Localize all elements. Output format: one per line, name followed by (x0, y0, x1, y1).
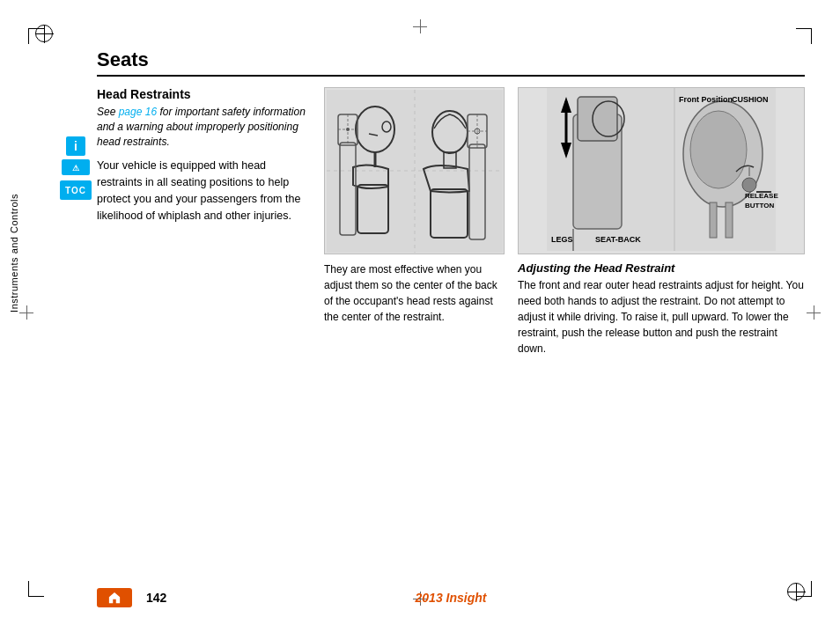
page-16-link[interactable]: page 16 (119, 106, 157, 118)
left-column: Head Restraints See page 16 for importan… (97, 87, 317, 357)
toc-button[interactable]: TOC (60, 180, 92, 200)
page-title: Seats (97, 48, 149, 70)
right-column: LEGS SEAT-BACK (511, 87, 805, 357)
main-content: Seats Head Restraints See page 16 for im… (97, 48, 805, 572)
warning-icon-svg: ⚠ (64, 161, 87, 173)
footer: 142 2013 Insight (97, 588, 805, 607)
sidebar-icons: i ⚠ TOC (60, 136, 92, 200)
warning-icon[interactable]: ⚠ (62, 159, 90, 175)
sidebar: i ⚠ TOC Instruments and Controls (0, 0, 97, 625)
corner-mark-tr (796, 28, 812, 44)
page-number: 142 (146, 591, 166, 605)
svg-rect-26 (578, 97, 617, 141)
center-column: They are most effective when you adjust … (317, 87, 511, 357)
info-icon[interactable]: i (66, 136, 85, 156)
svg-point-39 (742, 178, 756, 192)
adjusting-body: The front and rear outer head restraints… (518, 277, 805, 357)
svg-text:Front Position: Front Position (679, 95, 733, 104)
home-icon (108, 592, 121, 604)
adjusting-title: Adjusting the Head Restraint (518, 261, 805, 275)
body-text-1: Your vehicle is equipped with head restr… (97, 158, 308, 224)
sidebar-vertical-text: Instruments and Controls (9, 194, 19, 312)
svg-text:SEAT-BACK: SEAT-BACK (595, 235, 641, 244)
center-caption: They are most effective when you adjust … (324, 261, 504, 325)
svg-point-36 (690, 111, 747, 188)
svg-text:LEGS: LEGS (551, 235, 573, 244)
svg-rect-37 (710, 202, 717, 238)
svg-rect-38 (726, 202, 733, 238)
italic-intro: See page 16 for important safety informa… (97, 105, 308, 149)
section-title: Head Restraints (97, 87, 308, 101)
page-title-area: Seats (97, 48, 805, 77)
head-restraint-diagram: LEGS SEAT-BACK (519, 88, 804, 251)
center-image-box (324, 87, 505, 254)
svg-text:CUSHION: CUSHION (732, 95, 769, 104)
head-restraint-illustration (327, 90, 503, 253)
svg-text:⚠: ⚠ (72, 164, 79, 173)
crosshair-right (807, 305, 821, 320)
svg-text:BUTTON: BUTTON (745, 202, 774, 210)
footer-left: 142 (97, 588, 166, 607)
crosshair-top (413, 19, 427, 33)
right-image-box: LEGS SEAT-BACK (518, 87, 805, 254)
svg-text:RELEASE: RELEASE (745, 192, 778, 200)
footer-year-model: 2013 Insight (416, 591, 487, 605)
content-columns: Head Restraints See page 16 for importan… (97, 87, 805, 357)
home-button[interactable] (97, 588, 132, 607)
